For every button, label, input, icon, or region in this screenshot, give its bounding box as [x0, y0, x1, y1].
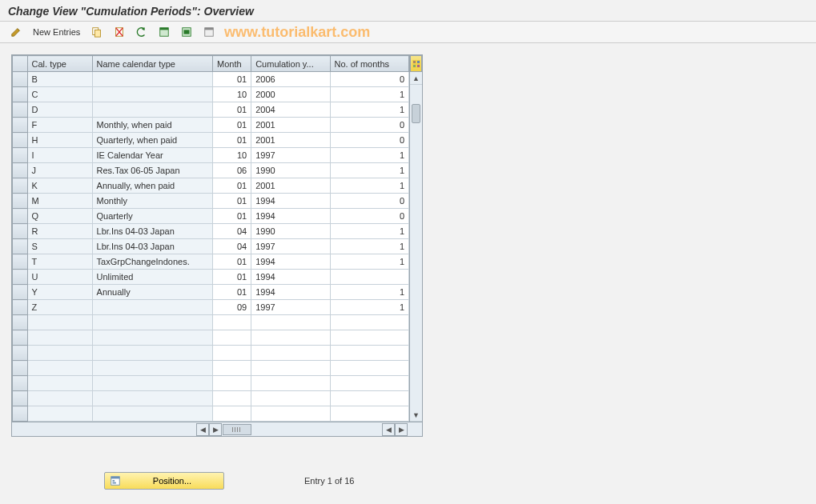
cell-year[interactable]: 2001 — [251, 133, 330, 148]
cell-year[interactable]: 2001 — [251, 118, 330, 133]
cell-cal-type[interactable] — [27, 391, 92, 406]
row-selector[interactable] — [13, 178, 28, 194]
cell-months[interactable] — [330, 376, 408, 391]
cell-year[interactable]: 2006 — [251, 72, 330, 87]
row-selector[interactable] — [13, 315, 28, 330]
cell-cal-type[interactable]: H — [27, 133, 92, 148]
hscroll-left-1[interactable]: ◀ — [196, 423, 209, 436]
cell-month[interactable]: 09 — [213, 300, 251, 315]
cell-month[interactable]: 01 — [213, 254, 251, 270]
row-selector[interactable] — [13, 300, 28, 315]
cell-months[interactable]: 0 — [330, 118, 408, 133]
cell-name[interactable]: Monthly, when paid — [92, 118, 212, 133]
cell-cal-type[interactable]: F — [27, 118, 92, 133]
row-selector[interactable] — [13, 361, 28, 376]
cell-month[interactable] — [213, 346, 251, 361]
cell-name[interactable]: Quarterly, when paid — [92, 133, 212, 148]
row-selector[interactable] — [13, 224, 28, 239]
cell-month[interactable] — [213, 330, 251, 346]
configure-columns-button[interactable] — [410, 55, 422, 72]
row-selector[interactable] — [13, 391, 28, 406]
cell-months[interactable] — [330, 361, 408, 376]
cell-months[interactable]: 1 — [330, 254, 408, 270]
cell-name[interactable]: Unlimited — [92, 270, 212, 285]
cell-months[interactable]: 1 — [330, 178, 408, 194]
cell-months[interactable]: 1 — [330, 102, 408, 118]
cell-cal-type[interactable] — [27, 315, 92, 330]
cell-months[interactable]: 1 — [330, 239, 408, 254]
cell-cal-type[interactable] — [27, 376, 92, 391]
cell-year[interactable]: 2000 — [251, 87, 330, 102]
cell-months[interactable]: 1 — [330, 148, 408, 163]
cell-year[interactable]: 1994 — [251, 254, 330, 270]
cell-cal-type[interactable]: T — [27, 254, 92, 270]
cell-months[interactable]: 0 — [330, 209, 408, 224]
cell-month[interactable]: 01 — [213, 72, 251, 87]
cell-cal-type[interactable] — [27, 330, 92, 346]
cell-cal-type[interactable]: C — [27, 87, 92, 102]
cell-months[interactable] — [330, 406, 408, 422]
row-selector[interactable] — [13, 285, 28, 300]
position-button[interactable]: Position... — [104, 472, 224, 490]
row-selector[interactable] — [13, 346, 28, 361]
cell-cal-type[interactable]: R — [27, 224, 92, 239]
cell-cal-type[interactable]: S — [27, 239, 92, 254]
cell-year[interactable]: 1997 — [251, 300, 330, 315]
cell-name[interactable]: Lbr.Ins 04-03 Japan — [92, 224, 212, 239]
cell-name[interactable] — [92, 72, 212, 87]
cell-months[interactable] — [330, 315, 408, 330]
cell-year[interactable]: 1994 — [251, 194, 330, 209]
cell-month[interactable]: 04 — [213, 224, 251, 239]
cell-months[interactable]: 1 — [330, 163, 408, 178]
cell-month[interactable]: 01 — [213, 178, 251, 194]
cell-name[interactable] — [92, 361, 212, 376]
toggle-display-change-button[interactable] — [6, 24, 26, 40]
cell-year[interactable]: 1997 — [251, 239, 330, 254]
scroll-up-button[interactable]: ▲ — [410, 72, 422, 85]
cell-month[interactable] — [213, 376, 251, 391]
row-selector[interactable] — [13, 87, 28, 102]
cell-cal-type[interactable]: I — [27, 148, 92, 163]
cell-cal-type[interactable]: K — [27, 178, 92, 194]
cell-name[interactable] — [92, 102, 212, 118]
cell-name[interactable]: IE Calendar Year — [92, 148, 212, 163]
vertical-scrollbar[interactable]: ▲ ▼ — [409, 55, 422, 422]
row-selector[interactable] — [13, 270, 28, 285]
cell-name[interactable]: Lbr.Ins 04-03 Japan — [92, 239, 212, 254]
hscroll-left-2[interactable]: ◀ — [382, 423, 395, 436]
row-selector[interactable] — [13, 163, 28, 178]
cell-name[interactable]: Annually — [92, 285, 212, 300]
row-selector[interactable] — [13, 133, 28, 148]
cell-month[interactable] — [213, 391, 251, 406]
cell-month[interactable]: 01 — [213, 102, 251, 118]
cell-year[interactable] — [251, 361, 330, 376]
row-selector-header[interactable] — [13, 56, 28, 72]
cell-month[interactable] — [213, 315, 251, 330]
cell-month[interactable]: 01 — [213, 270, 251, 285]
row-selector[interactable] — [13, 406, 28, 422]
new-entries-button[interactable]: New Entries — [29, 24, 84, 40]
select-all-button[interactable] — [155, 24, 174, 40]
cell-month[interactable]: 10 — [213, 87, 251, 102]
cell-name[interactable] — [92, 87, 212, 102]
cell-cal-type[interactable]: M — [27, 194, 92, 209]
cell-name[interactable] — [92, 391, 212, 406]
cell-months[interactable]: 1 — [330, 87, 408, 102]
cell-months[interactable] — [330, 270, 408, 285]
cell-cal-type[interactable]: D — [27, 102, 92, 118]
cell-cal-type[interactable] — [27, 346, 92, 361]
scroll-thumb[interactable] — [412, 104, 420, 123]
col-header-name[interactable]: Name calendar type — [92, 56, 212, 72]
cell-name[interactable]: Res.Tax 06-05 Japan — [92, 163, 212, 178]
cell-name[interactable] — [92, 300, 212, 315]
row-selector[interactable] — [13, 254, 28, 270]
cell-cal-type[interactable]: Z — [27, 300, 92, 315]
col-header-cal-type[interactable]: Cal. type — [27, 56, 92, 72]
cell-year[interactable]: 1990 — [251, 224, 330, 239]
cell-month[interactable]: 06 — [213, 163, 251, 178]
cell-month[interactable]: 10 — [213, 148, 251, 163]
row-selector[interactable] — [13, 72, 28, 87]
deselect-all-button[interactable] — [199, 24, 219, 40]
row-selector[interactable] — [13, 118, 28, 133]
cell-months[interactable] — [330, 330, 408, 346]
